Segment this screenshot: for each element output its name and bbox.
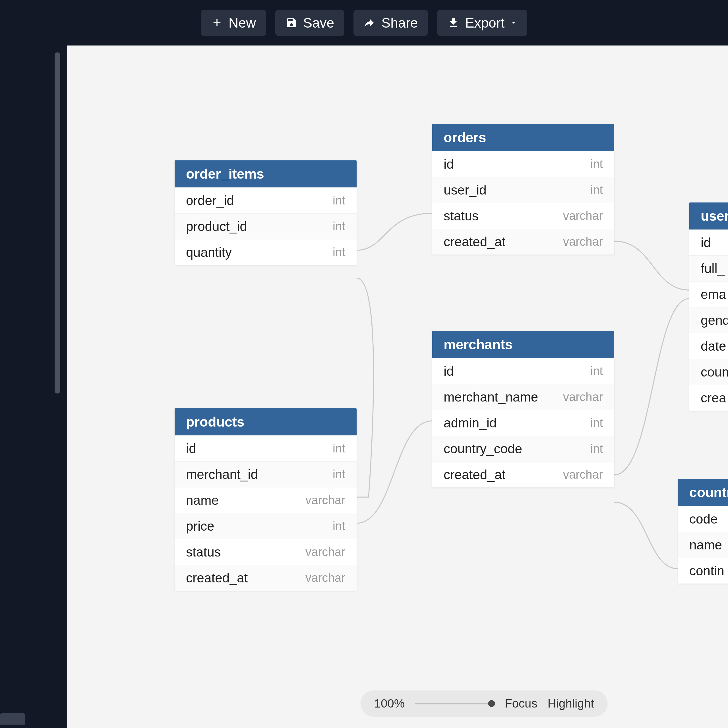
sidebar	[0, 46, 63, 728]
table-merchants[interactable]: merchants idint merchant_namevarchar adm…	[432, 331, 614, 488]
zoom-control: 100% Focus Highlight	[361, 690, 608, 717]
table-row[interactable]: full_	[689, 255, 728, 281]
table-row[interactable]: contin	[678, 558, 728, 584]
col-name: user_id	[444, 182, 486, 198]
table-header: countr	[678, 479, 728, 506]
table-row[interactable]: idint	[432, 151, 614, 177]
chevron-down-icon	[510, 19, 517, 26]
table-header: merchants	[432, 331, 614, 358]
table-row[interactable]: merchant_idint	[174, 461, 356, 487]
new-label: New	[229, 15, 256, 31]
scrollbar[interactable]	[55, 52, 60, 393]
table-orders[interactable]: orders idint user_idint statusvarchar cr…	[432, 124, 614, 254]
table-row[interactable]: order_idint	[174, 187, 356, 213]
col-type: varchar	[306, 493, 345, 507]
table-row[interactable]: created_atvarchar	[432, 229, 614, 254]
table-row[interactable]: statusvarchar	[432, 203, 614, 229]
col-name: quantity	[186, 245, 232, 260]
col-name: full_	[701, 261, 725, 276]
toolbar: New Save Share Export	[0, 0, 728, 46]
table-row[interactable]: user_idint	[432, 177, 614, 203]
plus-icon	[211, 17, 223, 29]
save-button[interactable]: Save	[275, 10, 344, 36]
col-name: country_code	[444, 441, 522, 456]
col-type: int	[333, 442, 345, 455]
col-type: int	[590, 364, 603, 378]
col-type: int	[333, 194, 345, 207]
table-row[interactable]: id	[689, 229, 728, 255]
col-name: created_at	[444, 467, 505, 482]
col-type: int	[333, 245, 345, 259]
col-type: int	[333, 519, 345, 533]
zoom-value: 100%	[374, 697, 405, 710]
table-row[interactable]: merchant_namevarchar	[432, 384, 614, 410]
col-name: id	[701, 235, 711, 250]
col-name: code	[689, 511, 718, 527]
export-label: Export	[465, 15, 505, 31]
share-icon	[364, 17, 376, 29]
col-type: int	[590, 416, 603, 430]
col-name: gend	[701, 312, 728, 328]
col-name: id	[444, 363, 454, 379]
table-row[interactable]: created_atvarchar	[432, 462, 614, 488]
table-row[interactable]: gend	[689, 307, 728, 333]
col-name: merchant_id	[186, 466, 258, 482]
table-users[interactable]: users id full_ ema gend date coun crea	[689, 202, 728, 411]
col-name: merchant_name	[444, 389, 538, 405]
col-name: date	[701, 338, 726, 354]
col-name: name	[689, 537, 722, 552]
col-type: varchar	[563, 468, 603, 482]
col-type: varchar	[306, 545, 345, 559]
download-icon	[447, 17, 459, 29]
export-button[interactable]: Export	[437, 10, 527, 36]
table-row[interactable]: code	[678, 506, 728, 532]
col-name: product_id	[186, 219, 247, 234]
table-header: users	[689, 202, 728, 229]
col-name: contin	[689, 563, 724, 578]
table-row[interactable]: product_idint	[174, 213, 356, 239]
table-row[interactable]: ema	[689, 281, 728, 307]
col-type: varchar	[563, 209, 603, 223]
col-type: int	[590, 183, 603, 197]
table-row[interactable]: coun	[689, 359, 728, 385]
table-row[interactable]: name	[678, 532, 728, 558]
col-type: int	[333, 468, 345, 481]
table-row[interactable]: idint	[432, 358, 614, 384]
table-order-items[interactable]: order_items order_idint product_idint qu…	[174, 161, 356, 265]
table-row[interactable]: namevarchar	[174, 487, 356, 513]
sidebar-tab[interactable]	[0, 713, 25, 725]
connection-lines	[67, 46, 728, 728]
table-row[interactable]: country_codeint	[432, 436, 614, 462]
share-button[interactable]: Share	[353, 10, 428, 36]
table-row[interactable]: crea	[689, 385, 728, 411]
zoom-slider[interactable]	[415, 703, 494, 704]
table-row[interactable]: created_atvarchar	[174, 565, 356, 590]
share-label: Share	[381, 15, 418, 31]
table-countries[interactable]: countr code name contin	[678, 479, 728, 584]
table-products[interactable]: products idint merchant_idint namevarcha…	[174, 408, 356, 590]
table-row[interactable]: admin_idint	[432, 410, 614, 436]
col-type: int	[590, 157, 603, 171]
col-name: id	[444, 156, 454, 172]
table-row[interactable]: date	[689, 333, 728, 359]
table-header: orders	[432, 124, 614, 151]
col-name: order_id	[186, 193, 234, 208]
col-type: int	[590, 442, 603, 456]
table-header: order_items	[174, 161, 356, 187]
table-row[interactable]: idint	[174, 435, 356, 461]
zoom-knob[interactable]	[488, 700, 495, 707]
highlight-button[interactable]: Highlight	[548, 697, 594, 710]
col-name: status	[444, 208, 479, 223]
save-icon	[286, 17, 297, 29]
col-name: created_at	[444, 234, 505, 249]
col-name: status	[186, 544, 221, 560]
table-row[interactable]: priceint	[174, 513, 356, 539]
table-row[interactable]: statusvarchar	[174, 539, 356, 565]
col-name: price	[186, 518, 214, 534]
table-row[interactable]: quantityint	[174, 239, 356, 265]
save-label: Save	[303, 15, 334, 31]
col-name: name	[186, 492, 219, 508]
focus-button[interactable]: Focus	[505, 697, 537, 710]
diagram-canvas[interactable]: order_items order_idint product_idint qu…	[67, 46, 728, 728]
new-button[interactable]: New	[201, 10, 266, 36]
